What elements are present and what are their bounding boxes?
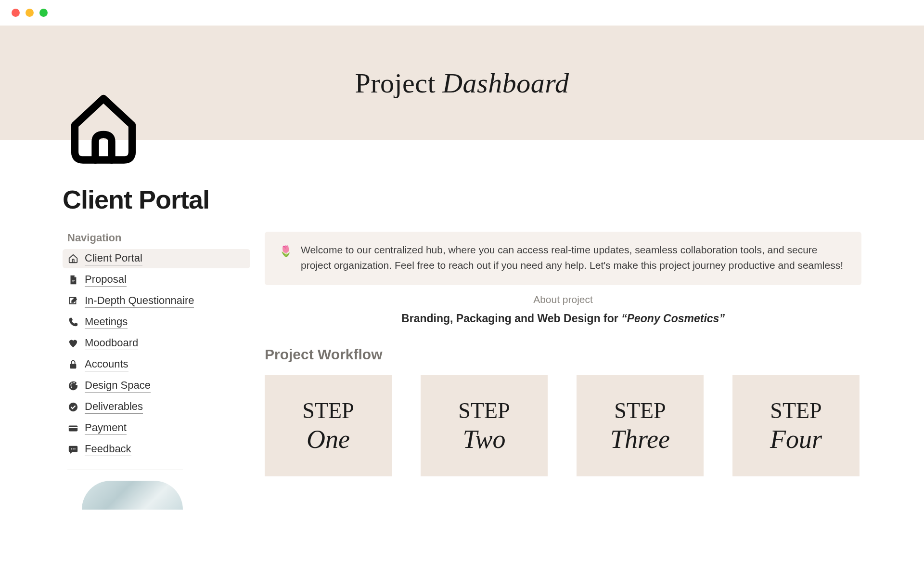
workflow-steps: STEP One STEP Two STEP Three STEP Four <box>265 375 861 476</box>
nav-item-label: Feedback <box>85 443 131 456</box>
nav-item-label: Client Portal <box>85 252 142 265</box>
nav-item-accounts[interactable]: Accounts <box>63 355 250 374</box>
nav-item-payment[interactable]: Payment <box>63 419 250 438</box>
workflow-step-three[interactable]: STEP Three <box>577 375 704 476</box>
svg-point-10 <box>71 448 72 449</box>
step-label: STEP <box>614 398 666 423</box>
banner-title-italic: Dashboard <box>442 67 569 99</box>
home-icon <box>63 86 144 168</box>
nav-item-label: Deliverables <box>85 400 143 414</box>
feedback-icon <box>67 444 79 455</box>
questionnaire-icon <box>67 295 79 307</box>
page-icon <box>63 86 144 170</box>
nav-heading: Navigation <box>63 232 250 244</box>
banner-title: Project Dashboard <box>355 67 569 99</box>
phone-icon <box>67 316 79 328</box>
svg-point-4 <box>71 382 73 384</box>
home-icon <box>67 253 79 264</box>
nav-item-label: Accounts <box>85 358 128 371</box>
about-text: Branding, Packaging and Web Design for “… <box>265 312 861 325</box>
step-name: Two <box>462 424 505 454</box>
nav-item-label: Proposal <box>85 273 127 287</box>
svg-point-7 <box>69 403 77 411</box>
nav-item-proposal[interactable]: Proposal <box>63 270 250 289</box>
about-prefix: Branding, Packaging and Web Design for <box>401 312 621 325</box>
step-label: STEP <box>302 398 354 423</box>
window-close-button[interactable] <box>12 9 20 17</box>
palette-icon <box>67 380 79 392</box>
about-label: About project <box>265 294 861 305</box>
svg-point-12 <box>74 448 75 449</box>
nav-list: Client Portal Proposal In-Depth Question… <box>63 249 250 459</box>
svg-point-6 <box>71 386 72 388</box>
svg-point-3 <box>70 384 72 386</box>
nav-item-label: In-Depth Questionnaire <box>85 294 194 308</box>
workflow-step-four[interactable]: STEP Four <box>732 375 860 476</box>
banner-title-regular: Project <box>355 67 436 99</box>
step-name: Four <box>770 424 822 454</box>
svg-rect-2 <box>70 364 77 368</box>
nav-item-moodboard[interactable]: Moodboard <box>63 334 250 353</box>
workflow-step-one[interactable]: STEP One <box>265 375 392 476</box>
check-circle-icon <box>67 401 79 413</box>
avatar <box>82 481 183 510</box>
about-client: “Peony Cosmetics” <box>621 312 725 325</box>
nav-item-feedback[interactable]: Feedback <box>63 440 250 459</box>
nav-item-label: Moodboard <box>85 337 138 350</box>
nav-item-label: Payment <box>85 421 127 435</box>
proposal-icon <box>67 274 79 286</box>
nav-item-meetings[interactable]: Meetings <box>63 313 250 332</box>
workflow-step-two[interactable]: STEP Two <box>421 375 548 476</box>
step-label: STEP <box>458 398 510 423</box>
workflow-heading: Project Workflow <box>265 346 861 363</box>
svg-point-5 <box>74 382 75 383</box>
welcome-callout: 🌷 Welcome to our centralized hub, where … <box>265 232 861 285</box>
svg-rect-9 <box>69 427 77 428</box>
nav-item-design-space[interactable]: Design Space <box>63 376 250 395</box>
svg-rect-0 <box>72 280 75 280</box>
nav-item-client-portal[interactable]: Client Portal <box>63 249 250 268</box>
nav-item-label: Meetings <box>85 315 128 329</box>
window-maximize-button[interactable] <box>39 9 48 17</box>
step-name: Three <box>610 424 670 454</box>
svg-rect-1 <box>72 282 74 282</box>
step-label: STEP <box>770 398 821 423</box>
main-content: 🌷 Welcome to our centralized hub, where … <box>250 140 924 510</box>
svg-rect-8 <box>69 426 77 432</box>
payment-icon <box>67 422 79 434</box>
welcome-text: Welcome to our centralized hub, where yo… <box>301 242 847 273</box>
nav-item-questionnaire[interactable]: In-Depth Questionnaire <box>63 291 250 311</box>
window-minimize-button[interactable] <box>26 9 34 17</box>
heart-icon <box>67 338 79 349</box>
step-name: One <box>307 424 350 454</box>
page-title: Client Portal <box>63 184 250 214</box>
nav-divider <box>67 470 183 470</box>
lock-icon <box>67 359 79 370</box>
sidebar: Client Portal Navigation Client Portal P… <box>0 140 250 510</box>
nav-item-deliverables[interactable]: Deliverables <box>63 397 250 417</box>
svg-point-11 <box>73 448 74 449</box>
nav-item-label: Design Space <box>85 379 151 393</box>
flower-icon: 🌷 <box>279 243 292 259</box>
window-chrome <box>0 0 924 26</box>
